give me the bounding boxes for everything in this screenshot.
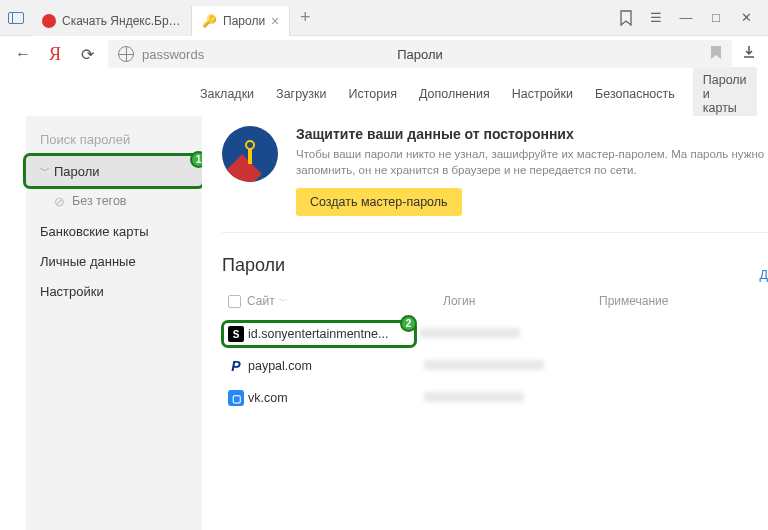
sidebar-item-label: Банковские карты — [40, 224, 149, 239]
site-icon-vk: ▢ — [228, 390, 244, 406]
sidebar-item-cards[interactable]: Банковские карты — [26, 216, 202, 246]
chevron-down-icon: ﹀ — [40, 164, 50, 178]
nav-settings[interactable]: Настройки — [508, 81, 577, 107]
yandex-home-button[interactable]: Я — [44, 44, 66, 65]
content: Защитите ваши данные от посторонних Чтоб… — [202, 116, 768, 530]
sidebar-item-settings[interactable]: Настройки — [26, 276, 202, 306]
address-bar[interactable]: passwords Пароли — [108, 40, 732, 68]
close-icon[interactable]: × — [271, 13, 279, 29]
sidebar-item-passwords[interactable]: ﹀ Пароли — [26, 156, 202, 186]
annotation-badge-2: 2 — [400, 315, 417, 332]
close-window-icon[interactable]: ✕ — [732, 4, 760, 32]
tab-1[interactable]: 🔑 Пароли × — [192, 6, 290, 36]
add-password-link[interactable]: Д — [760, 268, 768, 282]
sidebar-item-label: Настройки — [40, 284, 104, 299]
new-tab-button[interactable]: + — [290, 7, 320, 28]
site-icon-paypal: P — [228, 358, 244, 374]
sidebar-item-label: Личные данные — [40, 254, 136, 269]
shield-key-icon — [222, 126, 278, 182]
promo-description: Чтобы ваши пароли никто не узнал, зашифр… — [296, 146, 768, 178]
sidebar-item-personal[interactable]: Личные данные — [26, 246, 202, 276]
login-blurred — [420, 328, 520, 338]
tab-0[interactable]: Скачать Яндекс.Браузер д — [32, 6, 192, 36]
globe-icon — [118, 46, 134, 62]
site-icon-sony: S — [228, 326, 244, 342]
login-blurred — [424, 392, 524, 402]
nav-passwords[interactable]: Пароли и карты — [693, 67, 757, 121]
login-blurred — [424, 360, 544, 370]
col-note: Примечание — [599, 294, 768, 308]
create-master-password-button[interactable]: Создать мастер-пароль — [296, 188, 462, 216]
passwords-favicon: 🔑 — [202, 14, 217, 28]
bookmark-icon[interactable] — [710, 46, 722, 63]
sidebar-item-notags[interactable]: ⊘ Без тегов — [26, 186, 202, 216]
titlebar: Скачать Яндекс.Браузер д 🔑 Пароли × + ☰ … — [0, 0, 768, 36]
sidebar: Поиск паролей ﹀ Пароли 1 ⊘ Без тегов Бан… — [26, 116, 202, 530]
window-controls: ☰ — □ ✕ — [612, 4, 768, 32]
sidebar-item-label: Без тегов — [72, 194, 127, 208]
section-title: Пароли — [222, 255, 768, 276]
password-row[interactable]: S id.sonyentertainmentne... 2 — [222, 318, 768, 350]
password-row[interactable]: ▢ vk.com — [222, 382, 768, 414]
tab-label: Пароли — [223, 14, 265, 28]
tag-icon: ⊘ — [54, 194, 65, 209]
yandex-favicon — [42, 14, 56, 28]
sidebar-toggle-icon[interactable] — [8, 12, 24, 24]
address-title: Пароли — [397, 47, 443, 62]
address-row: ← Я ⟳ passwords Пароли — [0, 36, 768, 72]
master-password-promo: Защитите ваши данные от посторонних Чтоб… — [222, 126, 768, 233]
nav-addons[interactable]: Дополнения — [415, 81, 494, 107]
select-all-checkbox[interactable] — [228, 295, 241, 308]
nav-security[interactable]: Безопасность — [591, 81, 679, 107]
tab-label: Скачать Яндекс.Браузер д — [62, 14, 181, 28]
promo-title: Защитите ваши данные от посторонних — [296, 126, 768, 142]
minimize-icon[interactable]: — — [672, 4, 700, 32]
site-name: id.sonyentertainmentne... — [248, 327, 388, 341]
sidebar-item-label: Пароли — [54, 164, 100, 179]
menu-icon[interactable]: ☰ — [642, 4, 670, 32]
site-name: vk.com — [248, 391, 288, 405]
col-login: Логин — [443, 294, 593, 308]
col-site[interactable]: Сайт ﹀ — [247, 294, 437, 308]
site-name: paypal.com — [248, 359, 312, 373]
downloads-button[interactable] — [742, 45, 756, 63]
search-placeholder: Поиск паролей — [40, 132, 130, 147]
top-nav: Закладки Загрузки История Дополнения Нас… — [0, 72, 768, 116]
nav-downloads[interactable]: Загрузки — [272, 81, 330, 107]
address-text: passwords — [142, 47, 204, 62]
password-row[interactable]: P paypal.com — [222, 350, 768, 382]
maximize-icon[interactable]: □ — [702, 4, 730, 32]
reload-button[interactable]: ⟳ — [76, 45, 98, 64]
chevron-down-icon: ﹀ — [279, 295, 288, 308]
back-button[interactable]: ← — [12, 45, 34, 63]
list-header: Сайт ﹀ Логин Примечание — [222, 294, 768, 318]
nav-bookmarks[interactable]: Закладки — [196, 81, 258, 107]
search-input[interactable]: Поиск паролей — [26, 122, 202, 156]
main: Поиск паролей ﹀ Пароли 1 ⊘ Без тегов Бан… — [0, 116, 768, 530]
nav-history[interactable]: История — [344, 81, 400, 107]
bookmarks-icon[interactable] — [612, 4, 640, 32]
